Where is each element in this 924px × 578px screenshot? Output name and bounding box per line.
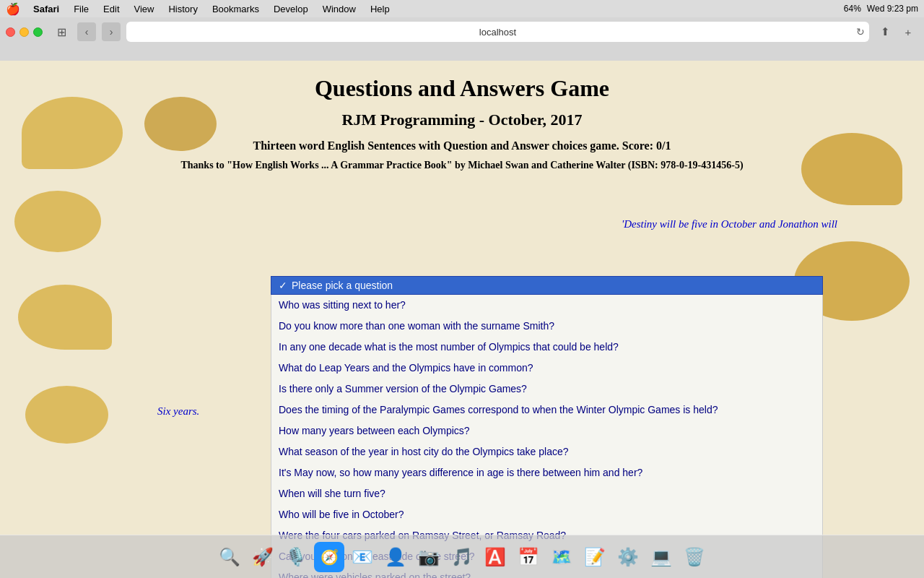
dock-icon-photos[interactable]: 📷 <box>414 542 444 572</box>
browser-toolbar: ⊞ ‹ › localhost ↻ ⬆ + <box>0 17 924 46</box>
browser-chrome: ⊞ ‹ › localhost ↻ ⬆ + <box>0 17 924 61</box>
clock: Wed 9:23 pm <box>867 4 918 14</box>
page-title: Questions and Answers Game <box>0 75 924 102</box>
menubar-develop[interactable]: Develop <box>268 0 314 17</box>
forward-button[interactable]: › <box>102 22 121 41</box>
menubar-safari[interactable]: Safari <box>27 0 65 17</box>
dock-icon-notes[interactable]: 📝 <box>580 542 610 572</box>
dropdown-option-10[interactable]: Who will be five in October? <box>271 504 822 525</box>
share-button[interactable]: ⬆ <box>875 22 895 42</box>
dock-icon-siri[interactable]: 🎙️ <box>281 542 311 572</box>
answer-text: Six years. <box>157 405 199 418</box>
dropdown-option-6[interactable]: How many years between each Olympics? <box>271 420 822 441</box>
minimize-button[interactable] <box>19 27 29 37</box>
dropdown-selected-option[interactable]: ✓ Please pick a question <box>271 276 823 295</box>
dropdown-option-9[interactable]: When will she turn five? <box>271 483 822 504</box>
dock-icon-settings[interactable]: ⚙️ <box>613 542 643 572</box>
dock-icon-trash[interactable]: 🗑️ <box>679 542 710 572</box>
page-subtitle: RJM Programming - October, 2017 <box>0 111 924 129</box>
dropdown-option-2[interactable]: In any one decade what is the most numbe… <box>271 337 822 358</box>
dock: 🔍 🚀 🎙️ 🧭 📧 👤 📷 🎵 🅰️ 📅 🗺️ 📝 ⚙️ 💻 🗑️ <box>0 535 924 578</box>
dock-icon-safari[interactable]: 🧭 <box>314 542 344 572</box>
checkmark-icon: ✓ <box>279 280 287 291</box>
sentence-preview: 'Destiny will be five in October and Jon… <box>622 218 837 230</box>
menubar: 🍎 Safari File Edit View History Bookmark… <box>0 0 924 17</box>
dock-icon-appstore[interactable]: 🅰️ <box>480 542 510 572</box>
dock-icon-mail[interactable]: 📧 <box>347 542 378 572</box>
dock-icon-terminal[interactable]: 💻 <box>646 542 676 572</box>
dock-icon-contacts[interactable]: 👤 <box>380 542 411 572</box>
dock-icon-music[interactable]: 🎵 <box>447 542 477 572</box>
menubar-help[interactable]: Help <box>365 0 396 17</box>
dropdown-option-8[interactable]: It's May now, so how many years differen… <box>271 462 822 483</box>
traffic-lights <box>6 27 43 37</box>
page-attribution: Thanks to "How English Works ... A Gramm… <box>0 160 924 171</box>
new-tab-button[interactable]: + <box>898 22 918 42</box>
apple-menu-icon[interactable]: 🍎 <box>6 2 20 16</box>
browser-toolbar-right: ⬆ + <box>875 22 918 42</box>
reload-button[interactable]: ↻ <box>856 26 865 38</box>
dropdown-selected-label: Please pick a question <box>292 280 393 291</box>
page-description: Thirteen word English Sentences with Que… <box>0 139 924 152</box>
dropdown-option-3[interactable]: What do Leap Years and the Olympics have… <box>271 358 822 379</box>
menubar-bookmarks[interactable]: Bookmarks <box>206 0 265 17</box>
menubar-history[interactable]: History <box>162 0 203 17</box>
sidebar-toggle-button[interactable]: ⊞ <box>51 22 71 42</box>
menubar-edit[interactable]: Edit <box>97 0 125 17</box>
maximize-button[interactable] <box>33 27 43 37</box>
close-button[interactable] <box>6 27 15 37</box>
dropdown-option-7[interactable]: What season of the year in host city do … <box>271 441 822 462</box>
dropdown-option-1[interactable]: Do you know more than one woman with the… <box>271 316 822 337</box>
menubar-file[interactable]: File <box>68 0 95 17</box>
battery-status: 64% <box>844 4 861 14</box>
dropdown-option-4[interactable]: Is there only a Summer version of the Ol… <box>271 379 822 400</box>
page-content: Questions and Answers Game RJM Programmi… <box>0 61 924 171</box>
question-dropdown[interactable]: ✓ Please pick a question Who was sitting… <box>271 276 823 578</box>
address-bar[interactable]: localhost ↻ <box>126 22 869 42</box>
menubar-view[interactable]: View <box>128 0 160 17</box>
webpage: Questions and Answers Game RJM Programmi… <box>0 61 924 578</box>
dock-icon-launchpad[interactable]: 🚀 <box>248 542 278 572</box>
dock-icon-finder[interactable]: 🔍 <box>214 542 245 572</box>
menubar-window[interactable]: Window <box>317 0 362 17</box>
menubar-right: 64% Wed 9:23 pm <box>844 4 918 14</box>
address-text: localhost <box>132 27 863 38</box>
dropdown-option-5[interactable]: Does the timing of the Paralympic Games … <box>271 400 822 420</box>
dock-icon-calendar[interactable]: 📅 <box>513 542 544 572</box>
dock-icon-maps[interactable]: 🗺️ <box>546 542 577 572</box>
dropdown-option-0[interactable]: Who was sitting next to her? <box>271 295 822 316</box>
back-button[interactable]: ‹ <box>77 22 96 41</box>
